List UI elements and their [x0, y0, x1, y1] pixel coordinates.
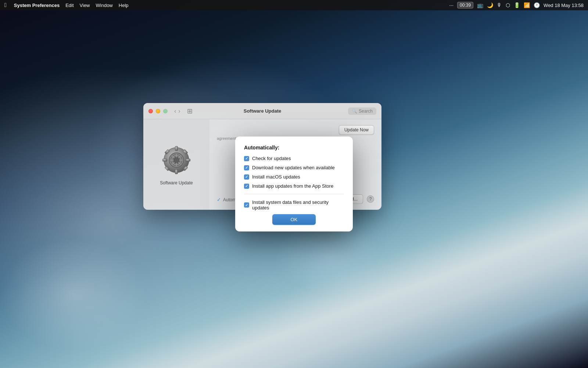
modal-divider: [244, 194, 344, 194]
datetime: Wed 18 May 13:58: [544, 3, 584, 8]
checkbox-row-4: Install system data files and security u…: [244, 199, 344, 210]
checkbox-check-updates[interactable]: [244, 156, 249, 161]
bluetooth-icon[interactable]: ⬡: [506, 2, 510, 8]
checkbox-install-macos[interactable]: [244, 174, 249, 180]
modal-ok-button[interactable]: OK: [272, 214, 316, 225]
menubar-app-name[interactable]: System Preferences: [14, 3, 60, 8]
screen-share-icon: 📺: [477, 2, 483, 8]
menubar-window[interactable]: Window: [96, 3, 113, 8]
menubar:  System Preferences Edit View Window He…: [0, 0, 588, 10]
checkbox-row-0: Check for updates: [244, 156, 344, 161]
timer-badge: 00:39: [457, 2, 473, 8]
apple-logo-icon[interactable]: : [4, 2, 7, 8]
checkbox-label-2: Install macOS updates: [252, 174, 300, 180]
wifi-icon[interactable]: 📶: [524, 2, 530, 8]
menubar-right: ··· 00:39 📺 🌙 🎙 ⬡ 🔋 📶 🕐 Wed 18 May 13:58: [449, 2, 584, 8]
battery-icon[interactable]: 🔋: [514, 2, 520, 8]
checkbox-row-1: Download new updates when available: [244, 165, 344, 170]
checkbox-download-updates[interactable]: [244, 165, 249, 170]
checkbox-label-1: Download new updates when available: [252, 165, 335, 170]
checkbox-label-3: Install app updates from the App Store: [252, 183, 333, 189]
menubar-edit[interactable]: Edit: [65, 3, 74, 8]
checkbox-label-0: Check for updates: [252, 156, 291, 161]
checkbox-install-app-updates[interactable]: [244, 184, 249, 189]
menubar-left:  System Preferences Edit View Window He…: [4, 2, 129, 8]
menubar-view[interactable]: View: [80, 3, 90, 8]
modal-title: Automatically:: [244, 145, 344, 151]
modal-overlay: Automatically: Check for updates Downloa…: [0, 0, 588, 368]
automatic-updates-dialog: Automatically: Check for updates Downloa…: [235, 137, 353, 231]
status-dots: ···: [449, 2, 453, 8]
do-not-disturb-icon: 🌙: [487, 2, 493, 8]
checkbox-row-3: Install app updates from the App Store: [244, 183, 344, 189]
microphone-icon[interactable]: 🎙: [497, 2, 502, 8]
checkbox-row-2: Install macOS updates: [244, 174, 344, 180]
menubar-help[interactable]: Help: [119, 3, 129, 8]
checkbox-install-security[interactable]: [244, 202, 249, 208]
checkbox-label-4: Install system data files and security u…: [252, 199, 344, 210]
time-machine-icon[interactable]: 🕐: [534, 2, 540, 8]
modal-footer: OK: [244, 214, 344, 225]
